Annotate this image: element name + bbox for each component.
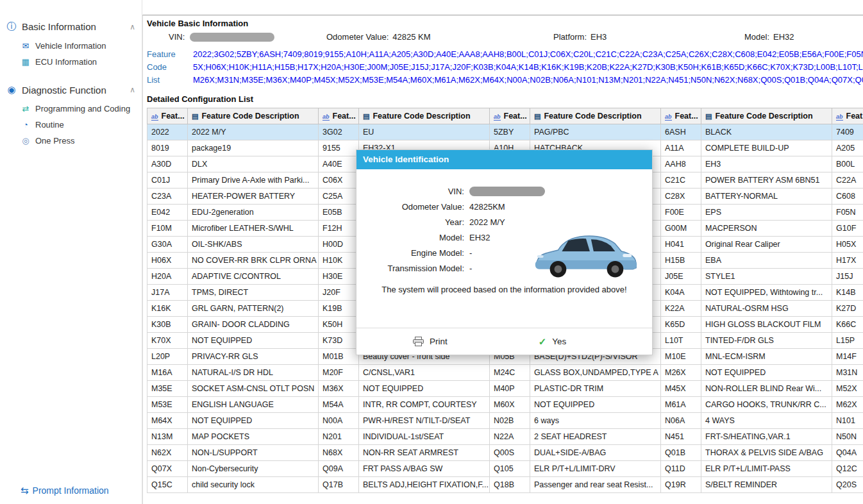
feature-code-cell[interactable]: F05N	[832, 205, 863, 221]
sidebar-item-vehicle-information[interactable]: ✉Vehicle Information	[0, 38, 142, 54]
feature-desc-cell[interactable]: INTR, RR COMPT, COURTESY	[359, 397, 490, 413]
feature-code-cell[interactable]: M26X	[661, 365, 701, 381]
feature-code-cell[interactable]: N13M	[147, 429, 188, 445]
feature-code-header[interactable]: abFeat...	[147, 108, 188, 124]
feature-desc-cell[interactable]: THORAX & PELVIS SIDE A/BAG	[701, 445, 832, 461]
feature-code-cell[interactable]: E05B	[319, 205, 359, 221]
feature-desc-cell[interactable]: S/BELT REMINDER	[701, 477, 832, 493]
feature-desc-cell[interactable]: BATTERY-NORMAL	[701, 189, 832, 205]
feature-desc-cell[interactable]: HIGH GLOSS BLACKOUT FILM	[701, 317, 832, 333]
feature-code-cell[interactable]: M20F	[319, 365, 359, 381]
feature-desc-cell[interactable]: HEATER-POWER BATTERY	[188, 189, 319, 205]
feature-code-cell[interactable]: M61A	[661, 397, 701, 413]
feature-desc-cell[interactable]: Passenger and rear seat Resist...	[530, 477, 661, 493]
feature-code-cell[interactable]: Q11D	[661, 461, 701, 477]
feature-code-cell[interactable]: K14B	[832, 285, 863, 301]
feature-code-cell[interactable]: J15J	[832, 269, 863, 285]
yes-button[interactable]: ✓ Yes	[539, 336, 567, 348]
collapse-chevron-icon[interactable]: ∧	[130, 22, 135, 31]
feature-desc-header[interactable]: ▤Feature Code Description	[530, 108, 661, 124]
feature-desc-cell[interactable]: GRAIN- DOOR CLADDING	[188, 317, 319, 333]
sidebar-item-programming-and-coding[interactable]: ⇄Programming and Coding	[0, 101, 142, 117]
feature-code-cell[interactable]: K65D	[661, 317, 701, 333]
feature-code-cell[interactable]: M45X	[661, 381, 701, 397]
feature-code-cell[interactable]: M62X	[832, 397, 863, 413]
feature-desc-cell[interactable]: EH3	[701, 156, 832, 172]
feature-code-cell[interactable]: J20F	[319, 285, 359, 301]
feature-desc-header[interactable]: ▤Feature Code Description	[359, 108, 490, 124]
feature-desc-cell[interactable]: ELR P/T+L/LIMIT-DRV	[530, 461, 661, 477]
feature-code-cell[interactable]: M24C	[490, 365, 530, 381]
feature-code-cell[interactable]: Q04A	[832, 445, 863, 461]
feature-desc-cell[interactable]: NATURAL-OSRM HSG	[701, 301, 832, 317]
feature-desc-cell[interactable]: INDIVIDUAL-1st/SEAT	[359, 429, 490, 445]
feature-desc-cell[interactable]: FRT-S/HEATING,VAR.1	[701, 429, 832, 445]
feature-code-cell[interactable]: C06X	[319, 172, 359, 189]
feature-code-cell[interactable]: H041	[661, 237, 701, 253]
feature-code-cell[interactable]: M10E	[661, 349, 701, 365]
feature-desc-cell[interactable]: ADAPTIVE C/CONTROL	[188, 269, 319, 285]
sidebar-item-routine[interactable]: ◔Routine	[0, 117, 142, 133]
feature-code-cell[interactable]: 7409	[832, 124, 863, 140]
feature-code-cell[interactable]: M60X	[490, 397, 530, 413]
feature-code-cell[interactable]: K19B	[319, 301, 359, 317]
feature-code-cell[interactable]: H06X	[147, 253, 188, 269]
feature-code-cell[interactable]: C28X	[661, 189, 701, 205]
feature-desc-cell[interactable]: child security lock	[188, 477, 319, 493]
feature-code-cell[interactable]: AAH8	[661, 156, 701, 172]
feature-code-cell[interactable]: K30B	[147, 317, 188, 333]
collapse-chevron-icon[interactable]: ∧	[130, 85, 135, 94]
feature-desc-cell[interactable]: GRL GARN, PATTERN(2)	[188, 301, 319, 317]
feature-code-header[interactable]: abFeat...	[319, 108, 359, 124]
feature-code-header[interactable]: abFeat...	[832, 108, 863, 124]
feature-code-cell[interactable]: B00L	[832, 156, 863, 172]
feature-code-cell[interactable]: H05X	[832, 237, 863, 253]
feature-code-cell[interactable]: F12H	[319, 221, 359, 237]
feature-code-cell[interactable]: H15B	[661, 253, 701, 269]
feature-code-cell[interactable]: L20P	[147, 349, 188, 365]
feature-desc-cell[interactable]: PRIVACY-RR GLS	[188, 349, 319, 365]
feature-code-cell[interactable]: Q20S	[832, 477, 863, 493]
sidebar-item-ecu-information[interactable]: ▦ECU Information	[0, 54, 142, 70]
feature-code-cell[interactable]: 3G02	[319, 124, 359, 140]
feature-code-cell[interactable]: K73D	[319, 333, 359, 349]
feature-desc-cell[interactable]: FRT PASS A/BAG SW	[359, 461, 490, 477]
feature-code-cell[interactable]: Q18B	[490, 477, 530, 493]
feature-code-cell[interactable]: Q19R	[661, 477, 701, 493]
feature-code-cell[interactable]: M54A	[319, 397, 359, 413]
feature-desc-cell[interactable]: EPS	[701, 205, 832, 221]
feature-code-cell[interactable]: G30A	[147, 237, 188, 253]
feature-desc-header[interactable]: ▤Feature Code Description	[701, 108, 832, 124]
feature-desc-cell[interactable]: NOT EQUIPPED	[188, 413, 319, 429]
feature-desc-cell[interactable]: PAG/PBC	[530, 124, 661, 140]
feature-code-cell[interactable]: N201	[319, 429, 359, 445]
feature-code-cell[interactable]: 2022	[147, 124, 188, 140]
feature-code-cell[interactable]: N451	[661, 429, 701, 445]
feature-code-cell[interactable]: N68X	[319, 445, 359, 461]
feature-code-cell[interactable]: K16K	[147, 301, 188, 317]
feature-code-cell[interactable]: N101	[832, 413, 863, 429]
feature-code-cell[interactable]: Q07X	[147, 461, 188, 477]
feature-code-cell[interactable]: A11A	[661, 140, 701, 156]
feature-code-cell[interactable]: J17A	[147, 285, 188, 301]
feature-desc-cell[interactable]: NOT EQUIPPED	[188, 333, 319, 349]
feature-desc-header[interactable]: ▤Feature Code Description	[188, 108, 319, 124]
feature-code-cell[interactable]: E042	[147, 205, 188, 221]
feature-code-cell[interactable]: H00D	[319, 237, 359, 253]
feature-code-cell[interactable]: N22A	[490, 429, 530, 445]
feature-desc-cell[interactable]: EU	[359, 124, 490, 140]
feature-code-cell[interactable]: 6ASH	[661, 124, 701, 140]
feature-code-cell[interactable]: Q15C	[147, 477, 188, 493]
feature-code-cell[interactable]: M31N	[832, 365, 863, 381]
feature-code-cell[interactable]: G10F	[832, 221, 863, 237]
feature-code-cell[interactable]: K04A	[661, 285, 701, 301]
feature-code-cell[interactable]: H17X	[832, 253, 863, 269]
feature-desc-cell[interactable]: POWER BATTERY ASM 6BN51	[701, 172, 832, 189]
feature-desc-cell[interactable]: BELTS ADJ,HEIGHT FIXATION,F...	[359, 477, 490, 493]
section-diagnostic-function[interactable]: ◉Diagnostic Function∧	[0, 79, 142, 101]
feature-code-cell[interactable]: H30E	[319, 269, 359, 285]
feature-desc-cell[interactable]: MACPERSON	[701, 221, 832, 237]
feature-code-cell[interactable]: A205	[832, 140, 863, 156]
section-basic-information[interactable]: ⓘBasic Information∧	[0, 15, 142, 38]
feature-desc-cell[interactable]: EBA	[701, 253, 832, 269]
